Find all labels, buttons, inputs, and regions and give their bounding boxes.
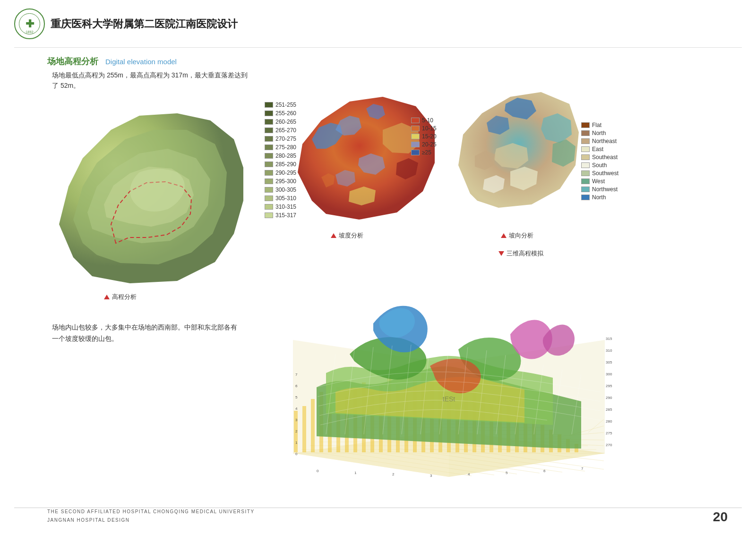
legend-color-box (581, 130, 590, 136)
legend-color-box (265, 204, 273, 210)
svg-text:2: 2 (295, 429, 298, 433)
triangle-icon (104, 295, 110, 299)
legend-color-box (581, 170, 590, 176)
legend-color-box (581, 146, 590, 152)
triangle-icon-aspect (501, 233, 507, 238)
legend-item: Southeast (581, 154, 619, 161)
svg-rect-28 (311, 399, 315, 452)
logo-year: ·1892· (25, 30, 34, 34)
svg-rect-27 (302, 406, 306, 452)
header: ✚ ·1892· 重庆医科大学附属第二医院江南医院设计 (14, 8, 238, 39)
legend-label: Southeast (592, 154, 618, 161)
svg-text:290: 290 (606, 396, 612, 400)
legend-color-box (265, 102, 273, 108)
legend-label: East (592, 146, 603, 153)
legend-color-box (411, 126, 420, 131)
svg-text:0: 0 (295, 452, 298, 456)
legend-color-box (581, 154, 590, 160)
legend-label: Southwest (592, 170, 619, 177)
svg-text:7: 7 (295, 373, 298, 377)
svg-text:280: 280 (606, 419, 612, 424)
svg-text:0: 0 (317, 469, 319, 473)
top-divider (14, 47, 742, 48)
legend-label: 20-25 (422, 141, 437, 148)
legend-color-box (411, 150, 420, 155)
legend-color-box (265, 110, 273, 116)
legend-color-box (581, 122, 590, 128)
slope-legend: 5-1010-1515-2020-25≥25 (411, 117, 437, 156)
svg-text:4: 4 (468, 472, 470, 476)
description-bottom: 场地内山包较多，大多集中在场地的西南部。中部和东北部各有一个坡度较缓的山包。 (52, 322, 241, 345)
svg-text:270: 270 (606, 443, 612, 447)
legend-color-box (265, 136, 273, 142)
svg-text:300: 300 (606, 372, 612, 376)
svg-text:3: 3 (430, 474, 432, 478)
legend-label: West (592, 178, 605, 185)
legend-item: West (581, 178, 619, 185)
legend-label: Flat (592, 122, 601, 128)
svg-text:1: 1 (295, 441, 298, 445)
description-top: 场地最低点高程为 255m，最高点高程为 317m，最大垂直落差达到了 52m。 (52, 70, 250, 91)
legend-color-box (265, 212, 273, 218)
svg-text:5: 5 (506, 471, 508, 475)
legend-color-box (581, 162, 590, 168)
svg-text:315: 315 (606, 337, 612, 341)
legend-color-box (265, 187, 273, 193)
svg-text:310: 310 (606, 348, 612, 353)
legend-label: 10-15 (422, 125, 437, 132)
legend-color-box (265, 195, 273, 201)
legend-item: 20-25 (411, 141, 437, 148)
legend-item: 15-20 (411, 133, 437, 140)
legend-label: Northeast (592, 138, 617, 144)
legend-color-box (265, 178, 273, 184)
svg-text:tESt: tESt (443, 395, 455, 403)
legend-item: ≥25 (411, 149, 437, 156)
legend-item: 10-15 (411, 125, 437, 132)
legend-color-box (265, 161, 273, 167)
logo: ✚ ·1892· (14, 8, 45, 39)
legend-color-box (265, 153, 273, 159)
caption-elevation: 高程分析 (104, 293, 137, 301)
legend-color-box (265, 170, 273, 176)
svg-text:1: 1 (354, 471, 357, 475)
caption-elevation-text: 高程分析 (112, 293, 137, 301)
legend-item: East (581, 146, 619, 153)
legend-label: 15-20 (422, 133, 437, 140)
legend-item: North (581, 130, 619, 136)
legend-color-box (581, 186, 590, 192)
legend-label: South (592, 162, 607, 169)
aspect-map (449, 83, 581, 224)
legend-label: North (592, 194, 606, 201)
legend-item: Northwest (581, 186, 619, 193)
legend-item: South (581, 162, 619, 169)
legend-item: 5-10 (411, 117, 437, 124)
legend-item: North (581, 194, 619, 201)
legend-color-box (581, 178, 590, 184)
svg-text:305: 305 (606, 360, 612, 364)
legend-item: Northeast (581, 138, 619, 144)
logo-cross-icon: ✚ (26, 18, 34, 30)
elevation-map (45, 92, 262, 290)
svg-text:6: 6 (295, 384, 298, 388)
legend-label: ≥25 (422, 149, 431, 156)
page-number: 20 (713, 509, 728, 525)
legend-color-box (581, 195, 590, 200)
legend-color-box (411, 134, 420, 139)
svg-text:275: 275 (606, 431, 612, 435)
svg-text:295: 295 (606, 384, 612, 388)
section-title-en: Digital elevation model (105, 58, 177, 66)
legend-label: North (592, 130, 606, 136)
caption-aspect: 坡向分析 (501, 231, 533, 240)
legend-color-box (265, 119, 273, 125)
svg-text:6: 6 (543, 469, 546, 473)
svg-text:7: 7 (581, 466, 584, 471)
caption-slope-text: 坡度分析 (339, 231, 363, 240)
header-title: 重庆医科大学附属第二医院江南医院设计 (51, 17, 238, 31)
triangle-icon-slope (331, 233, 336, 238)
svg-text:4: 4 (295, 407, 298, 411)
legend-item: Southwest (581, 170, 619, 177)
legend-item: Flat (581, 122, 619, 128)
section-title-cn: 场地高程分析 (47, 56, 98, 67)
caption-slope: 坡度分析 (331, 231, 363, 240)
footer: THE SECOND AFFILIATED HOSPITAL CHONGQING… (47, 508, 255, 525)
